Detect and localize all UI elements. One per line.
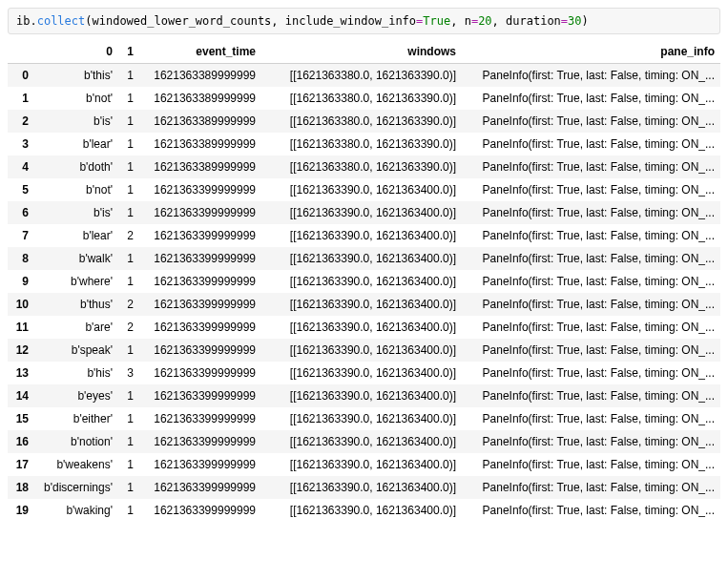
header-row: 0 1 event_time windows pane_info xyxy=(8,40,720,64)
output-dataframe: 0 1 event_time windows pane_info 0b'this… xyxy=(8,40,720,522)
code-val3: 30 xyxy=(568,14,581,28)
table-row: 10b'thus'21621363399999999[[1621363390.0… xyxy=(8,293,720,316)
cell-windows: [[1621363390.0, 1621363400.0)] xyxy=(261,224,462,247)
table-row: 16b'notion'11621363399999999[[1621363390… xyxy=(8,430,720,453)
cell-event-time: 1621363399999999 xyxy=(139,499,261,522)
cell-0: b'waking' xyxy=(34,499,118,522)
col-windows-header: windows xyxy=(261,40,462,64)
cell-windows: [[1621363380.0, 1621363390.0)] xyxy=(261,133,462,155)
cell-windows: [[1621363390.0, 1621363400.0)] xyxy=(261,270,462,293)
cell-1: 1 xyxy=(118,384,139,407)
cell-0: b'doth' xyxy=(34,155,118,178)
row-index: 5 xyxy=(8,178,34,201)
cell-event-time: 1621363399999999 xyxy=(139,201,261,224)
cell-1: 1 xyxy=(118,499,139,522)
cell-windows: [[1621363390.0, 1621363400.0)] xyxy=(261,430,462,453)
cell-1: 1 xyxy=(118,64,139,88)
cell-event-time: 1621363399999999 xyxy=(139,476,261,499)
code-kw1: include_window_info xyxy=(285,14,416,28)
cell-event-time: 1621363399999999 xyxy=(139,339,261,362)
table-row: 15b'either'11621363399999999[[1621363390… xyxy=(8,407,720,430)
cell-windows: [[1621363380.0, 1621363390.0)] xyxy=(261,110,462,133)
cell-0: b'speak' xyxy=(34,339,118,362)
col-0-header: 0 xyxy=(34,40,118,64)
table-row: 1b'not'11621363389999999[[1621363380.0, … xyxy=(8,87,720,110)
row-index: 1 xyxy=(8,87,34,110)
cell-event-time: 1621363399999999 xyxy=(139,178,261,201)
cell-0: b'weakens' xyxy=(34,453,118,476)
cell-event-time: 1621363399999999 xyxy=(139,247,261,270)
row-index: 8 xyxy=(8,247,34,270)
cell-1: 1 xyxy=(118,247,139,270)
table-row: 13b'his'31621363399999999[[1621363390.0,… xyxy=(8,362,720,384)
cell-pane-info: PaneInfo(first: True, last: False, timin… xyxy=(462,430,720,453)
cell-pane-info: PaneInfo(first: True, last: False, timin… xyxy=(462,201,720,224)
cell-windows: [[1621363390.0, 1621363400.0)] xyxy=(261,362,462,384)
cell-1: 1 xyxy=(118,453,139,476)
cell-pane-info: PaneInfo(first: True, last: False, timin… xyxy=(462,87,720,110)
table-row: 3b'lear'11621363389999999[[1621363380.0,… xyxy=(8,133,720,155)
cell-pane-info: PaneInfo(first: True, last: False, timin… xyxy=(462,362,720,384)
cell-1: 2 xyxy=(118,316,139,339)
cell-0: b'either' xyxy=(34,407,118,430)
row-index: 15 xyxy=(8,407,34,430)
cell-1: 1 xyxy=(118,178,139,201)
cell-0: b'are' xyxy=(34,316,118,339)
row-index: 4 xyxy=(8,155,34,178)
cell-pane-info: PaneInfo(first: True, last: False, timin… xyxy=(462,293,720,316)
cell-windows: [[1621363390.0, 1621363400.0)] xyxy=(261,339,462,362)
col-index-header xyxy=(8,40,34,64)
cell-event-time: 1621363399999999 xyxy=(139,293,261,316)
table-row: 17b'weakens'11621363399999999[[162136339… xyxy=(8,453,720,476)
code-dot: . xyxy=(30,14,36,28)
table-row: 8b'walk'11621363399999999[[1621363390.0,… xyxy=(8,247,720,270)
row-index: 3 xyxy=(8,133,34,155)
table-row: 11b'are'21621363399999999[[1621363390.0,… xyxy=(8,316,720,339)
row-index: 10 xyxy=(8,293,34,316)
cell-event-time: 1621363399999999 xyxy=(139,430,261,453)
code-val2: 20 xyxy=(478,14,491,28)
row-index: 18 xyxy=(8,476,34,499)
table-row: 4b'doth'11621363389999999[[1621363380.0,… xyxy=(8,155,720,178)
row-index: 12 xyxy=(8,339,34,362)
cell-0: b'notion' xyxy=(34,430,118,453)
cell-windows: [[1621363390.0, 1621363400.0)] xyxy=(261,178,462,201)
cell-pane-info: PaneInfo(first: True, last: False, timin… xyxy=(462,224,720,247)
row-index: 16 xyxy=(8,430,34,453)
table-row: 6b'is'11621363399999999[[1621363390.0, 1… xyxy=(8,201,720,224)
cell-windows: [[1621363380.0, 1621363390.0)] xyxy=(261,87,462,110)
table-row: 18b'discernings'11621363399999999[[16213… xyxy=(8,476,720,499)
cell-pane-info: PaneInfo(first: True, last: False, timin… xyxy=(462,247,720,270)
cell-pane-info: PaneInfo(first: True, last: False, timin… xyxy=(462,155,720,178)
cell-pane-info: PaneInfo(first: True, last: False, timin… xyxy=(462,453,720,476)
cell-1: 1 xyxy=(118,201,139,224)
cell-0: b'is' xyxy=(34,201,118,224)
code-sep1: , xyxy=(271,14,284,28)
cell-pane-info: PaneInfo(first: True, last: False, timin… xyxy=(462,316,720,339)
code-obj: ib xyxy=(16,14,30,28)
cell-pane-info: PaneInfo(first: True, last: False, timin… xyxy=(462,64,720,88)
cell-windows: [[1621363390.0, 1621363400.0)] xyxy=(261,384,462,407)
cell-pane-info: PaneInfo(first: True, last: False, timin… xyxy=(462,110,720,133)
cell-0: b'his' xyxy=(34,362,118,384)
cell-0: b'not' xyxy=(34,87,118,110)
cell-pane-info: PaneInfo(first: True, last: False, timin… xyxy=(462,178,720,201)
cell-0: b'this' xyxy=(34,64,118,88)
cell-0: b'eyes' xyxy=(34,384,118,407)
cell-event-time: 1621363389999999 xyxy=(139,133,261,155)
code-open: ( xyxy=(85,14,92,28)
cell-event-time: 1621363389999999 xyxy=(139,87,261,110)
cell-1: 1 xyxy=(118,110,139,133)
cell-1: 2 xyxy=(118,224,139,247)
row-index: 13 xyxy=(8,362,34,384)
cell-0: b'not' xyxy=(34,178,118,201)
cell-1: 1 xyxy=(118,339,139,362)
row-index: 11 xyxy=(8,316,34,339)
table-row: 7b'lear'21621363399999999[[1621363390.0,… xyxy=(8,224,720,247)
cell-event-time: 1621363389999999 xyxy=(139,155,261,178)
table-row: 19b'waking'11621363399999999[[1621363390… xyxy=(8,499,720,522)
code-sep2: , xyxy=(450,14,464,28)
cell-0: b'thus' xyxy=(34,293,118,316)
cell-event-time: 1621363399999999 xyxy=(139,270,261,293)
cell-pane-info: PaneInfo(first: True, last: False, timin… xyxy=(462,476,720,499)
